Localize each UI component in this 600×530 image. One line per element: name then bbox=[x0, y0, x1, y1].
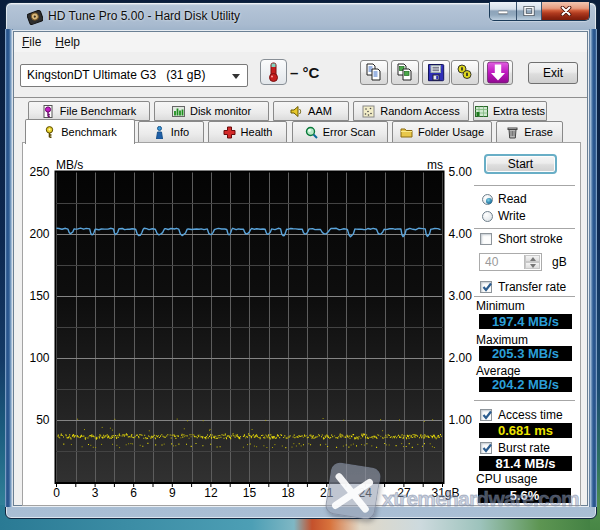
svg-text:150: 150 bbox=[29, 289, 49, 303]
svg-text:MB/s: MB/s bbox=[56, 158, 83, 172]
svg-text:0: 0 bbox=[53, 486, 60, 500]
svg-text:ms: ms bbox=[427, 158, 443, 172]
svg-text:50: 50 bbox=[36, 413, 50, 427]
svg-text:3.00: 3.00 bbox=[449, 289, 473, 303]
svg-text:250: 250 bbox=[29, 165, 49, 179]
svg-text:15: 15 bbox=[243, 486, 257, 500]
svg-text:18: 18 bbox=[281, 486, 295, 500]
svg-text:9: 9 bbox=[169, 486, 176, 500]
svg-text:100: 100 bbox=[29, 351, 49, 365]
svg-text:5.00: 5.00 bbox=[449, 165, 473, 179]
svg-text:1.00: 1.00 bbox=[449, 413, 473, 427]
svg-text:6: 6 bbox=[130, 486, 137, 500]
svg-text:200: 200 bbox=[29, 227, 49, 241]
svg-text:12: 12 bbox=[204, 486, 218, 500]
svg-text:3: 3 bbox=[92, 486, 99, 500]
svg-text:2.00: 2.00 bbox=[449, 351, 473, 365]
svg-text:4.00: 4.00 bbox=[449, 227, 473, 241]
